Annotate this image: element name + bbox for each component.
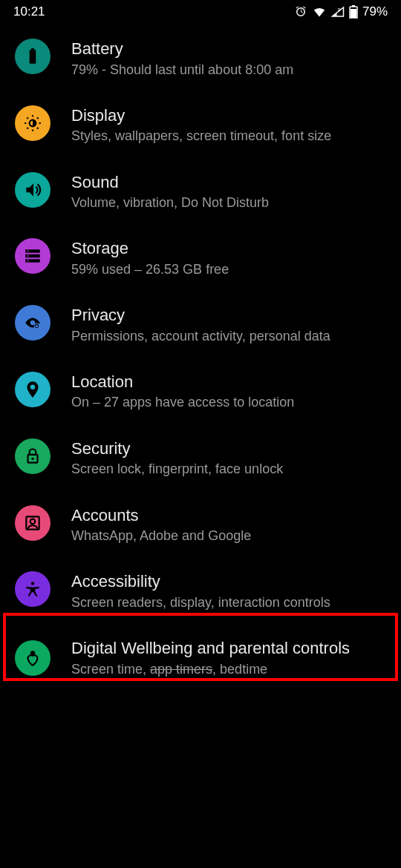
svg-point-12	[27, 260, 28, 262]
item-text: Digital Wellbeing and parental controls …	[71, 637, 386, 678]
wifi-icon	[312, 6, 327, 18]
item-text: Security Screen lock, fingerprint, face …	[71, 437, 386, 479]
settings-item-storage[interactable]: Storage 59% used – 26.53 GB free	[0, 225, 401, 292]
item-subtitle: 79% - Should last until about 8:00 am	[71, 61, 386, 79]
item-subtitle: Screen time, app timers, bedtime	[71, 660, 386, 678]
item-title: Privacy	[71, 305, 386, 326]
settings-list: Battery 79% - Should last until about 8:…	[0, 21, 401, 691]
status-icons: R 79%	[294, 4, 388, 19]
item-title: Accessibility	[71, 571, 386, 592]
wellbeing-icon	[15, 640, 50, 676]
item-text: Battery 79% - Should last until about 8:…	[71, 37, 386, 79]
svg-point-10	[27, 251, 28, 252]
item-text: Sound Volume, vibration, Do Not Disturb	[71, 171, 386, 212]
settings-item-battery[interactable]: Battery 79% - Should last until about 8:…	[0, 25, 401, 92]
security-icon	[15, 438, 50, 474]
svg-rect-5	[31, 48, 34, 50]
accounts-icon	[15, 505, 50, 541]
item-title: Battery	[71, 39, 386, 59]
svg-point-18	[30, 519, 36, 524]
status-bar: 10:21 R 79%	[0, 0, 401, 21]
privacy-icon	[15, 305, 50, 341]
item-text: Privacy Permissions, account activity, p…	[71, 303, 386, 345]
item-subtitle: Screen readers, display, interaction con…	[71, 594, 386, 611]
storage-icon	[15, 238, 50, 274]
svg-point-16	[31, 457, 33, 459]
item-text: Storage 59% used – 26.53 GB free	[71, 237, 386, 278]
item-subtitle: Screen lock, fingerprint, face unlock	[71, 460, 386, 478]
battery-icon	[349, 5, 358, 19]
accessibility-icon	[15, 571, 50, 607]
item-text: Location On – 27 apps have access to loc…	[71, 370, 386, 412]
item-title: Accounts	[71, 505, 386, 526]
settings-item-sound[interactable]: Sound Volume, vibration, Do Not Disturb	[0, 159, 401, 226]
item-text: Accounts WhatsApp, Adobe and Google	[71, 504, 386, 545]
item-subtitle: Permissions, account activity, personal …	[71, 327, 386, 345]
display-icon	[15, 105, 50, 141]
settings-item-security[interactable]: Security Screen lock, fingerprint, face …	[0, 425, 401, 492]
settings-item-accessibility[interactable]: Accessibility Screen readers, display, i…	[0, 558, 401, 625]
status-time: 10:21	[13, 4, 45, 19]
battery-icon	[15, 39, 50, 74]
svg-point-11	[27, 255, 28, 257]
alarm-icon	[294, 5, 307, 19]
settings-item-privacy[interactable]: Privacy Permissions, account activity, p…	[0, 292, 401, 358]
battery-percent: 79%	[362, 4, 388, 19]
item-subtitle: On – 27 apps have access to location	[71, 393, 386, 411]
item-subtitle: WhatsApp, Adobe and Google	[71, 527, 386, 545]
svg-point-19	[31, 582, 34, 585]
settings-item-location[interactable]: Location On – 27 apps have access to loc…	[0, 358, 401, 425]
item-text: Accessibility Screen readers, display, i…	[71, 570, 386, 611]
svg-rect-14	[36, 325, 38, 327]
item-subtitle: Styles, wallpapers, screen timeout, font…	[71, 127, 386, 145]
svg-rect-2	[352, 5, 355, 7]
settings-item-display[interactable]: Display Styles, wallpapers, screen timeo…	[0, 92, 401, 159]
item-title: Display	[71, 105, 386, 126]
location-icon	[15, 372, 50, 407]
svg-rect-3	[351, 9, 356, 18]
item-subtitle: 59% used – 26.53 GB free	[71, 260, 386, 278]
sound-icon	[15, 172, 50, 208]
item-title: Storage	[71, 238, 386, 259]
item-subtitle: Volume, vibration, Do Not Disturb	[71, 194, 386, 211]
svg-point-20	[31, 651, 34, 654]
item-title: Sound	[71, 172, 386, 193]
item-text: Display Styles, wallpapers, screen timeo…	[71, 104, 386, 145]
signal-icon: R	[331, 6, 345, 18]
svg-text:R: R	[338, 7, 341, 12]
svg-rect-4	[30, 50, 36, 63]
item-title: Digital Wellbeing and parental controls	[71, 638, 386, 659]
item-title: Security	[71, 438, 386, 459]
item-title: Location	[71, 372, 386, 392]
settings-item-wellbeing[interactable]: Digital Wellbeing and parental controls …	[0, 625, 401, 691]
settings-item-accounts[interactable]: Accounts WhatsApp, Adobe and Google	[0, 492, 401, 559]
